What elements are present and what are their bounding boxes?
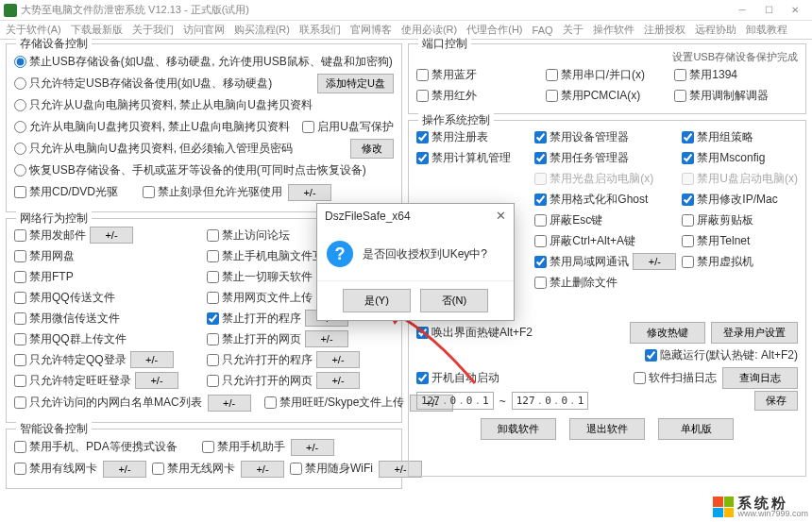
menu-item[interactable]: 访问官网 xyxy=(183,23,225,37)
ip1[interactable]: 127.0.0.1 xyxy=(416,392,494,410)
exit-button[interactable]: 退出软件 xyxy=(569,418,645,440)
save-button[interactable]: 保存 xyxy=(754,391,798,411)
pm-button[interactable]: +/- xyxy=(103,461,146,478)
skype-upload[interactable]: 禁用旺旺/Skype文件上传 xyxy=(264,395,405,411)
net-item[interactable]: 禁止一切聊天软件 xyxy=(207,269,313,285)
menu-item[interactable]: 关于 xyxy=(563,23,584,37)
pm-button[interactable]: +/- xyxy=(130,351,174,368)
radio-pc-to-u-pwd[interactable]: 只允许从电脑向U盘拷贝资料, 但必须输入管理员密码 xyxy=(14,141,293,157)
uwrite-protect[interactable]: 启用U盘写保护 xyxy=(302,119,394,135)
hide-run[interactable]: 隐藏运行(默认热键: Alt+F2) xyxy=(645,347,798,363)
radio-u-to-pc[interactable]: 只允许从U盘向电脑拷贝资料, 禁止从电脑向U盘拷贝资料 xyxy=(14,97,313,113)
net-item[interactable]: 禁用FTP xyxy=(14,269,74,285)
pm-button[interactable]: +/- xyxy=(288,184,331,201)
os-msconfig[interactable]: 禁用Msconfig xyxy=(682,150,765,166)
net-item[interactable]: 禁用网页文件上传 xyxy=(207,290,313,306)
pm-button[interactable]: +/- xyxy=(135,372,178,389)
menu-item[interactable]: 卸载教程 xyxy=(746,23,787,37)
os-devmgr[interactable]: 禁用设备管理器 xyxy=(534,129,629,145)
minimize-button[interactable]: ─ xyxy=(729,2,755,19)
menu-item[interactable]: 注册授权 xyxy=(644,23,685,37)
close-button[interactable]: ✕ xyxy=(782,2,808,19)
login-settings[interactable]: 登录用户设置 xyxy=(711,322,798,344)
i1394[interactable]: 禁用1394 xyxy=(674,67,737,83)
disable-wifi[interactable]: 禁用随身WiFi xyxy=(290,461,373,477)
net-item[interactable]: 禁止访问论坛 xyxy=(207,227,290,244)
os-clip[interactable]: 屏蔽剪贴板 xyxy=(682,212,753,228)
radio-usb-block[interactable]: 禁止USB存储设备(如U盘、移动硬盘, 允许使用USB鼠标、键盘和加密狗) xyxy=(14,54,393,70)
os-esc[interactable]: 屏蔽Esc键 xyxy=(534,212,602,228)
net-item[interactable]: 禁用QQ传送文件 xyxy=(14,290,115,306)
no-button[interactable]: 否(N) xyxy=(420,289,488,312)
os-telnet[interactable]: 禁用Telnet xyxy=(682,233,750,249)
maximize-button[interactable]: ☐ xyxy=(755,2,782,19)
net-item[interactable]: 禁止打开的程序 xyxy=(207,311,301,327)
disable-lan[interactable]: 禁用有线网卡 xyxy=(14,461,97,477)
pm-button[interactable]: +/- xyxy=(305,330,348,347)
menu-item[interactable]: 代理合作(H) xyxy=(466,23,522,37)
menu-item[interactable]: 购买流程(R) xyxy=(234,23,290,37)
net-item[interactable]: 只允许打开的程序 xyxy=(207,352,313,368)
pm-button[interactable]: +/- xyxy=(316,351,360,368)
pm-button[interactable]: +/- xyxy=(208,395,251,412)
modem[interactable]: 禁用调制解调器 xyxy=(674,88,769,104)
autostart[interactable]: 开机自动启动 xyxy=(416,370,499,386)
uninstall-button[interactable]: 卸载软件 xyxy=(481,418,556,440)
radio-specific-usb[interactable]: 只允许特定USB存储设备使用(如U盘、移动硬盘) xyxy=(14,76,272,92)
os-ghost[interactable]: 禁用格式化和Ghost xyxy=(534,192,648,208)
menu-item[interactable]: 使用必读(R) xyxy=(401,23,457,37)
add-u-button[interactable]: 添加特定U盘 xyxy=(317,74,394,93)
disable-cd[interactable]: 禁用CD/DVD光驱 xyxy=(14,184,118,200)
disable-pda[interactable]: 禁用手机、PDA等便携式设备 xyxy=(14,439,178,455)
os-vm[interactable]: 禁用虚拟机 xyxy=(682,254,753,270)
disable-burn[interactable]: 禁止刻录但允许光驱使用 xyxy=(143,184,282,200)
menu-item[interactable]: 关于软件(A) xyxy=(6,23,61,37)
modify-hotkey[interactable]: 修改热键 xyxy=(630,322,705,344)
os-cad[interactable]: 屏蔽Ctrl+Alt+A键 xyxy=(534,233,635,249)
menu-item[interactable]: 操作软件 xyxy=(593,23,634,37)
pm-button[interactable]: +/- xyxy=(316,372,360,389)
menu-item[interactable]: 官网博客 xyxy=(350,23,392,37)
pm-button[interactable]: +/- xyxy=(291,439,334,456)
net-item[interactable]: 只允许打开的网页 xyxy=(207,373,313,389)
disable-wlan[interactable]: 禁用无线网卡 xyxy=(152,461,235,477)
os-gpedit[interactable]: 禁用组策略 xyxy=(682,129,753,145)
net-item[interactable]: 只允许特定旺旺登录 xyxy=(14,373,131,389)
mac-whitelist[interactable]: 只允许访问的内网白名单MAC列表 xyxy=(14,395,202,411)
menu-item[interactable]: 联系我们 xyxy=(299,23,341,37)
os-taskmgr[interactable]: 禁用任务管理器 xyxy=(534,150,629,166)
os-ipmac[interactable]: 禁用修改IP/Mac xyxy=(682,192,777,208)
net-item[interactable]: 只允许特定QQ登录 xyxy=(14,352,127,368)
net-item[interactable]: 禁止打开的网页 xyxy=(207,331,301,347)
disable-assist[interactable]: 禁用手机助手 xyxy=(202,439,285,455)
pm-button[interactable]: +/- xyxy=(633,253,676,270)
ip2[interactable]: 127.0.0.1 xyxy=(512,392,589,410)
menu-item[interactable]: 远程协助 xyxy=(695,23,736,37)
os-cdboot[interactable]: 禁用光盘启动电脑(x) xyxy=(534,171,653,187)
radio-restore[interactable]: 恢复USB存储设备、手机或蓝牙等设备的使用(可同时点击恢复设备) xyxy=(14,162,366,178)
modify-button[interactable]: 修改 xyxy=(350,139,394,159)
pm-button[interactable]: +/- xyxy=(241,461,284,478)
pm-button[interactable]: +/- xyxy=(90,227,133,244)
query-log[interactable]: 查询日志 xyxy=(722,367,798,389)
os-uboot[interactable]: 禁用U盘启动电脑(x) xyxy=(682,171,798,187)
yes-button[interactable]: 是(Y) xyxy=(343,289,411,312)
ir[interactable]: 禁用红外 xyxy=(416,88,477,104)
scanlog[interactable]: 软件扫描日志 xyxy=(634,370,717,386)
net-item[interactable]: 禁用微信传送文件 xyxy=(14,311,120,327)
os-lan[interactable]: 禁用局域网通讯 xyxy=(534,254,629,270)
dialog-close-icon[interactable]: ✕ xyxy=(496,209,506,223)
menu-item[interactable]: 下载最新版 xyxy=(71,23,123,37)
single-button[interactable]: 单机版 xyxy=(658,418,734,440)
serial[interactable]: 禁用串口/并口(x) xyxy=(546,67,645,83)
net-item[interactable]: 禁用QQ群上传文件 xyxy=(14,331,127,347)
menu-item[interactable]: 关于我们 xyxy=(132,23,174,37)
net-item[interactable]: 禁用网盘 xyxy=(14,248,75,264)
pcmcia[interactable]: 禁用PCMCIA(x) xyxy=(546,88,641,104)
os-delfile[interactable]: 禁止删除文件 xyxy=(534,275,617,291)
bt[interactable]: 禁用蓝牙 xyxy=(416,67,477,83)
hotkey-chk[interactable]: 唤出界面热键Alt+F2 xyxy=(416,325,533,341)
radio-pc-to-u[interactable]: 允许从电脑向U盘拷贝资料, 禁止U盘向电脑拷贝资料 xyxy=(14,119,290,135)
os-reg[interactable]: 禁用注册表 xyxy=(416,129,488,145)
os-compmgr[interactable]: 禁用计算机管理 xyxy=(416,150,511,166)
